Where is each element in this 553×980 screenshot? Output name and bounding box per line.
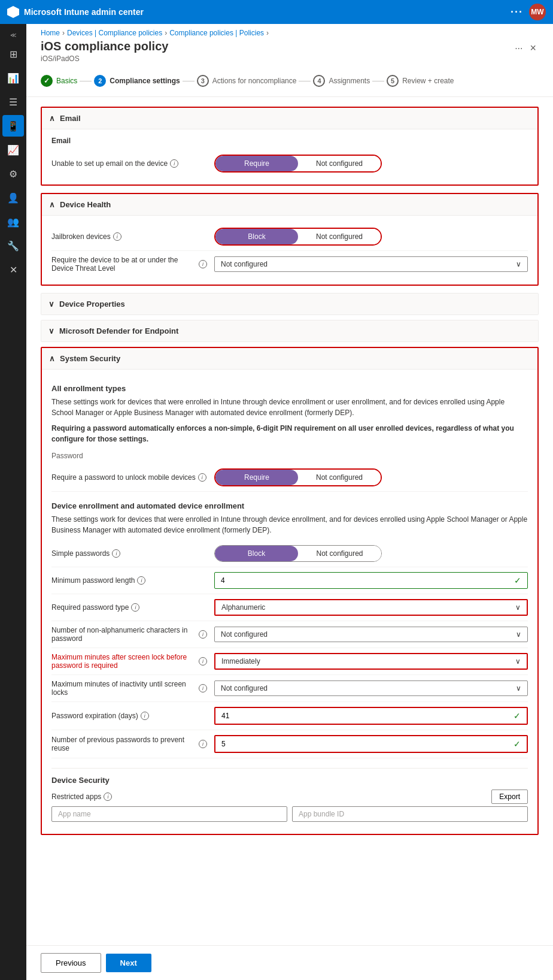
nonalpha-control: Not configured ∨: [214, 627, 528, 642]
sidebar-item-dashboard[interactable]: 📊: [2, 67, 24, 89]
restricted-apps-field: Restricted apps i Export App name App bu…: [51, 790, 528, 822]
nonalpha-dropdown[interactable]: Not configured ∨: [214, 627, 528, 642]
more-options[interactable]: ···: [511, 6, 523, 19]
min-password-row: Minimum password length i ✓: [51, 567, 528, 594]
password-type-info-icon[interactable]: i: [131, 603, 139, 612]
app-name-input-placeholder: App name: [51, 806, 287, 822]
section-defender: Microsoft Defender for Endpoint: [41, 320, 539, 342]
step-divider-3: [299, 81, 311, 81]
password-section-title: Password: [51, 452, 528, 460]
page-header: iOS compliance policy iOS/iPadOS ··· ×: [26, 40, 553, 70]
section-device-properties: Device Properties: [41, 293, 539, 315]
enrollment-desc1: These settings work for devices that wer…: [51, 397, 528, 418]
email-chevron-icon: [49, 114, 55, 123]
sidebar-item-apps[interactable]: ⚙: [2, 163, 24, 184]
min-password-control: ✓: [214, 572, 528, 589]
sidebar-item-users[interactable]: 👤: [2, 187, 24, 208]
jailbroken-notconfigured-btn[interactable]: Not configured: [298, 229, 381, 244]
password-info-icon[interactable]: i: [198, 473, 206, 482]
section-email-header[interactable]: Email: [42, 108, 537, 129]
breadcrumb-policies[interactable]: Compliance policies | Policies: [169, 29, 264, 37]
section-device-properties-title: Device Properties: [59, 300, 125, 308]
email-require-btn[interactable]: Require: [215, 156, 298, 171]
password-notconfigured-btn[interactable]: Not configured: [298, 470, 381, 485]
sidebar-item-devices[interactable]: 📱: [2, 115, 24, 137]
email-info-icon[interactable]: i: [170, 159, 178, 168]
min-password-info-icon[interactable]: i: [137, 576, 145, 585]
prev-passwords-label: Number of previous passwords to prevent …: [51, 736, 207, 752]
step-assignments-label: Assignments: [329, 77, 370, 85]
restricted-apps-label: Restricted apps i: [51, 793, 112, 801]
min-password-check-icon: ✓: [514, 576, 521, 585]
screen-lock-row: Maximum minutes after screen lock before…: [51, 648, 528, 675]
page-options[interactable]: ···: [515, 43, 522, 54]
threat-level-label: Require the device to be at or under the…: [51, 256, 207, 273]
jailbroken-block-btn[interactable]: Block: [215, 229, 298, 244]
step-compliance[interactable]: 2 Compliance settings: [94, 75, 180, 87]
prev-passwords-info-icon[interactable]: i: [199, 740, 207, 748]
close-button[interactable]: ×: [527, 40, 539, 57]
min-password-input[interactable]: [221, 576, 491, 585]
restricted-apps-row: Restricted apps i Export: [51, 790, 528, 804]
simple-passwords-info-icon[interactable]: i: [112, 549, 120, 558]
nonalpha-info-icon[interactable]: i: [199, 630, 207, 639]
section-device-properties-header[interactable]: Device Properties: [41, 294, 538, 314]
sidebar-item-x[interactable]: ✕: [2, 259, 24, 280]
nonalpha-row: Number of non-alphanumeric characters in…: [51, 621, 528, 648]
step-review[interactable]: 5 Review + create: [387, 75, 454, 87]
threat-level-dropdown[interactable]: Not configured ∨: [214, 256, 528, 272]
simple-passwords-notconfigured-btn[interactable]: Not configured: [298, 546, 381, 561]
inactivity-row: Maximum minutes of inactivity until scre…: [51, 675, 528, 702]
inactivity-info-icon[interactable]: i: [199, 684, 207, 692]
step-basics[interactable]: ✓ Basics: [41, 75, 77, 87]
screen-lock-control: Immediately ∨: [214, 653, 528, 670]
sidebar-item-groups[interactable]: 👥: [2, 211, 24, 232]
content-area: Email Email Unable to set up email on th…: [26, 97, 553, 980]
prev-passwords-input[interactable]: [221, 740, 491, 748]
section-system-security-header[interactable]: System Security: [42, 348, 537, 370]
device-health-chevron-icon: [49, 200, 55, 209]
screen-lock-dropdown[interactable]: Immediately ∨: [214, 653, 528, 670]
inactivity-dropdown[interactable]: Not configured ∨: [214, 680, 528, 696]
sidebar-item-menu[interactable]: ☰: [2, 91, 24, 113]
system-security-chevron-icon: [49, 354, 55, 363]
previous-button[interactable]: Previous: [41, 953, 101, 973]
section-defender-header[interactable]: Microsoft Defender for Endpoint: [41, 320, 538, 341]
step-divider-2: [183, 81, 195, 81]
prev-passwords-row: Number of previous passwords to prevent …: [51, 730, 528, 758]
email-subsection-label: Email: [51, 137, 528, 145]
app-icon: [7, 6, 19, 18]
password-expiry-info-icon[interactable]: i: [141, 712, 149, 720]
simple-passwords-block-btn[interactable]: Block: [215, 546, 298, 561]
sidebar-collapse-btn[interactable]: ≪: [2, 29, 24, 41]
sidebar-item-home[interactable]: ⊞: [2, 43, 24, 65]
restricted-apps-info-icon[interactable]: i: [104, 793, 112, 801]
password-field-label: Require a password to unlock mobile devi…: [51, 473, 207, 482]
bottom-nav: Previous Next: [26, 945, 553, 980]
email-notconfigured-btn[interactable]: Not configured: [298, 156, 381, 171]
export-button[interactable]: Export: [491, 790, 528, 804]
inactivity-control: Not configured ∨: [214, 680, 528, 696]
step-actions[interactable]: 3 Actions for noncompliance: [197, 75, 297, 87]
email-field-label: Unable to set up email on the device i: [51, 159, 207, 168]
threat-level-chevron-icon: ∨: [516, 260, 521, 268]
sidebar-item-settings[interactable]: 🔧: [2, 235, 24, 256]
breadcrumb-compliance-policies[interactable]: Devices | Compliance policies: [67, 29, 162, 37]
device-security-section: Device Security Restricted apps i Export: [51, 768, 528, 822]
section-email-body: Email Unable to set up email on the devi…: [42, 129, 537, 184]
step-assignments[interactable]: 4 Assignments: [313, 75, 370, 87]
jailbroken-info-icon[interactable]: i: [113, 232, 121, 241]
next-button[interactable]: Next: [106, 954, 151, 972]
avatar[interactable]: MW: [529, 4, 546, 20]
section-email-title: Email: [60, 114, 81, 123]
section-device-health-header[interactable]: Device Health: [42, 194, 537, 216]
breadcrumb-home[interactable]: Home: [41, 29, 60, 37]
step-basics-num: ✓: [41, 75, 53, 87]
password-expiry-input[interactable]: [221, 712, 491, 720]
sidebar-item-reports[interactable]: 📈: [2, 139, 24, 161]
threat-level-info-icon[interactable]: i: [199, 260, 207, 268]
password-type-dropdown[interactable]: Alphanumeric ∨: [214, 599, 528, 616]
screen-lock-info-icon[interactable]: i: [199, 657, 207, 666]
password-require-btn[interactable]: Require: [215, 470, 298, 485]
step-compliance-label: Compliance settings: [110, 77, 180, 85]
